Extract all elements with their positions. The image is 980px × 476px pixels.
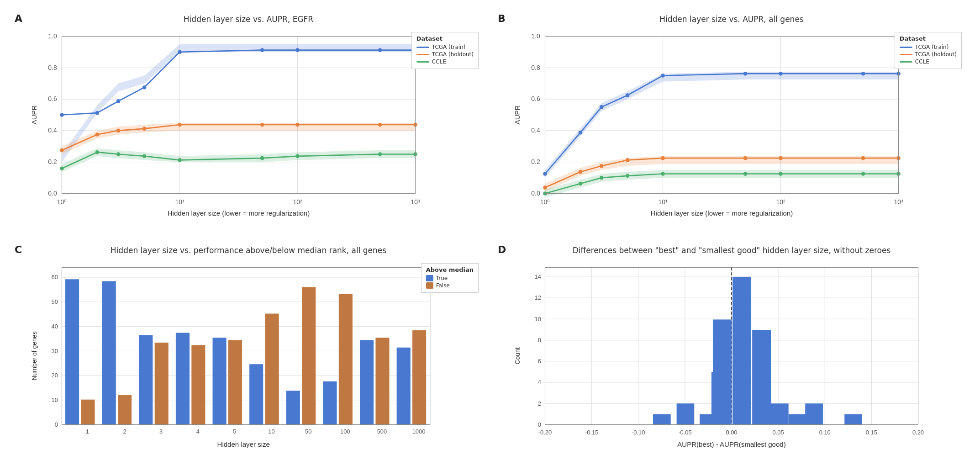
panel-b-title: Hidden layer size vs. AUPR, all genes xyxy=(497,15,966,24)
bar-c-100-false xyxy=(339,294,353,425)
svg-point-30 xyxy=(295,48,300,52)
panel-c: C Hidden layer size vs. performance abov… xyxy=(9,240,488,467)
svg-point-79 xyxy=(579,131,583,135)
panel-a-legend: Dataset TCGA (train) TCGA (holdout) CCLE xyxy=(411,32,479,69)
panel-c-label: C xyxy=(15,244,22,255)
svg-point-41 xyxy=(378,123,382,127)
panel-a-legend-title: Dataset xyxy=(416,35,474,42)
bar-c-1-true xyxy=(65,279,79,424)
svg-text:30: 30 xyxy=(52,348,58,354)
svg-point-91 xyxy=(626,158,630,162)
bar-d-2 xyxy=(677,403,695,424)
svg-text:0.10: 0.10 xyxy=(819,429,831,436)
svg-point-94 xyxy=(779,156,783,160)
svg-point-95 xyxy=(861,156,865,160)
panel-b-legend-ccle: CCLE xyxy=(900,58,957,65)
figure-container: A Hidden layer size vs. AUPR, EGFR 0.0 0… xyxy=(0,0,980,476)
svg-text:Hidden layer size: Hidden layer size xyxy=(217,440,270,448)
panel-d-title: Differences between "best" and "smallest… xyxy=(497,246,966,255)
svg-point-81 xyxy=(626,93,630,97)
svg-text:Hidden layer size (lower = mor: Hidden layer size (lower = more regulari… xyxy=(651,209,793,217)
svg-point-100 xyxy=(600,176,604,180)
svg-text:0.4: 0.4 xyxy=(48,127,57,134)
svg-text:6: 6 xyxy=(538,358,541,365)
panel-d: D Differences between "best" and "smalle… xyxy=(492,240,971,467)
svg-text:40: 40 xyxy=(52,323,58,330)
panel-a: A Hidden layer size vs. AUPR, EGFR 0.0 0… xyxy=(9,9,488,236)
svg-point-99 xyxy=(579,182,583,186)
panel-a-legend-ccle: CCLE xyxy=(416,58,474,65)
panel-b-legend-tcga-train: TCGA (train) xyxy=(900,44,957,50)
svg-text:10¹: 10¹ xyxy=(658,198,668,206)
bar-c-4-false xyxy=(191,345,205,424)
svg-text:0.20: 0.20 xyxy=(912,429,924,436)
panel-b: B Hidden layer size vs. AUPR, all genes … xyxy=(492,9,971,236)
svg-text:10: 10 xyxy=(52,397,58,403)
bar-d-5 xyxy=(713,319,732,424)
svg-text:2: 2 xyxy=(538,400,541,407)
svg-text:-0.20: -0.20 xyxy=(538,429,552,436)
bar-d-10 xyxy=(805,403,823,424)
svg-point-49 xyxy=(260,156,264,160)
svg-point-39 xyxy=(260,123,264,127)
bar-d-7 xyxy=(752,330,771,424)
svg-point-50 xyxy=(295,154,300,159)
svg-point-38 xyxy=(178,123,182,127)
svg-text:10¹: 10¹ xyxy=(175,198,184,206)
svg-text:Hidden layer size (lower = mor: Hidden layer size (lower = more regulari… xyxy=(168,209,310,217)
svg-text:0.4: 0.4 xyxy=(531,127,540,134)
svg-text:AUPR: AUPR xyxy=(30,105,38,124)
svg-point-46 xyxy=(116,152,121,156)
svg-text:10²: 10² xyxy=(293,198,302,206)
bar-c-2-true xyxy=(102,281,116,425)
svg-point-31 xyxy=(378,48,382,52)
bar-c-50-true xyxy=(286,391,300,424)
bar-d-11 xyxy=(844,414,862,425)
svg-point-26 xyxy=(116,99,121,103)
panel-c-legend-false: False xyxy=(426,282,474,289)
panel-c-legend-title: Above median xyxy=(426,266,474,273)
svg-text:10³: 10³ xyxy=(894,198,903,206)
panel-c-legend-true: True xyxy=(426,275,474,281)
svg-text:2: 2 xyxy=(123,428,126,435)
bar-d-9 xyxy=(789,414,806,425)
panel-b-legend: Dataset TCGA (train) TCGA (holdout) CCLE xyxy=(895,32,962,69)
svg-text:1: 1 xyxy=(86,428,89,435)
svg-point-89 xyxy=(579,170,583,174)
svg-point-93 xyxy=(743,156,748,160)
svg-text:10²: 10² xyxy=(776,198,785,206)
svg-text:10⁰: 10⁰ xyxy=(57,198,67,206)
svg-text:0.6: 0.6 xyxy=(48,95,57,102)
panel-c-legend: Above median True False xyxy=(421,263,479,293)
svg-text:500: 500 xyxy=(377,428,387,435)
svg-point-85 xyxy=(861,72,865,76)
svg-text:-0.15: -0.15 xyxy=(585,429,598,436)
panel-d-label: D xyxy=(498,244,506,255)
svg-point-35 xyxy=(95,132,100,137)
panel-c-title: Hidden layer size vs. performance above/… xyxy=(14,246,483,255)
bar-c-3-false xyxy=(155,343,169,425)
svg-text:4: 4 xyxy=(538,379,541,386)
panel-a-legend-tcga-holdout: TCGA (holdout) xyxy=(416,51,474,58)
svg-text:50: 50 xyxy=(52,298,58,305)
svg-point-40 xyxy=(295,123,300,127)
svg-point-102 xyxy=(661,172,665,176)
svg-point-47 xyxy=(142,154,147,159)
svg-text:AUPR(best) - AUPR(smallest goo: AUPR(best) - AUPR(smallest good) xyxy=(677,440,785,448)
svg-text:-0.05: -0.05 xyxy=(678,429,691,436)
svg-point-51 xyxy=(378,152,382,156)
svg-text:10: 10 xyxy=(268,428,274,435)
svg-text:Count: Count xyxy=(514,347,521,364)
svg-text:8: 8 xyxy=(538,337,541,344)
svg-point-105 xyxy=(861,172,865,176)
svg-text:20: 20 xyxy=(52,372,58,379)
bar-d-1 xyxy=(653,414,671,425)
svg-point-80 xyxy=(600,105,604,109)
svg-text:Number of genes: Number of genes xyxy=(31,331,38,380)
panel-b-legend-tcga-holdout: TCGA (holdout) xyxy=(900,51,957,58)
svg-text:0.05: 0.05 xyxy=(773,429,784,436)
svg-text:5: 5 xyxy=(233,428,236,435)
svg-point-104 xyxy=(779,172,783,176)
svg-point-28 xyxy=(178,50,182,54)
bar-d-6 xyxy=(732,277,751,425)
